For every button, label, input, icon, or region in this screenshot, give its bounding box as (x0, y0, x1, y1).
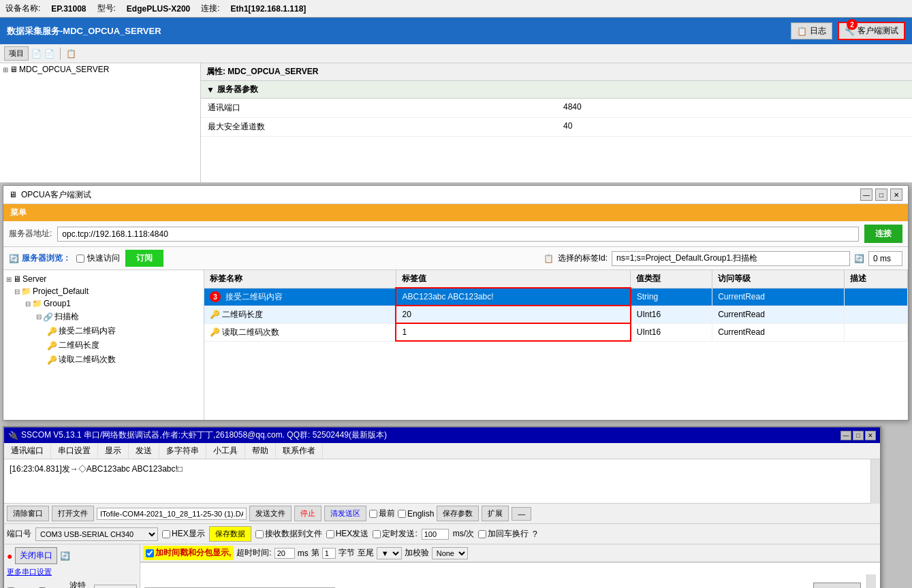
tag-id-input[interactable] (612, 251, 850, 266)
to-select[interactable]: ▼ (377, 547, 402, 559)
tree-group1[interactable]: ⊟ 📁 Group1 (3, 297, 204, 310)
more-settings-link[interactable]: 更多串口设置 (7, 567, 137, 577)
output-scrollbar[interactable] (870, 459, 880, 504)
header-right: 📋 日志 🔧 客户端测试 2 (791, 22, 905, 40)
open-file-button[interactable]: 打开文件 (52, 506, 94, 521)
sscom-toolbar1: 清除窗口 打开文件 发送文件 停止 清发送区 最前 English 保存参数 扩… (4, 504, 880, 524)
sscom-close-button[interactable]: ✕ (865, 431, 876, 440)
latest-checkbox-label: 最前 (369, 508, 395, 519)
hex-send-checkbox[interactable] (326, 530, 334, 538)
byte-input[interactable] (322, 548, 336, 559)
clear-send-button[interactable]: 清发送区 (324, 506, 366, 521)
device-icon-scanner: 🔗 (43, 312, 53, 322)
prop-value-1: 40 (556, 118, 912, 137)
interval-input[interactable] (422, 529, 449, 540)
table-row-2[interactable]: 🔑 读取二维码次数 1 UInt16 CurrentRead (204, 323, 908, 341)
server-label: Server (22, 274, 46, 284)
props-section: ▼ 服务器参数 (201, 81, 912, 99)
sscom-restore-button[interactable]: □ (853, 431, 864, 440)
th-access: 访问等级 (712, 270, 845, 288)
timestamp-checkbox[interactable] (146, 549, 154, 557)
close-port-button[interactable]: 关闭串口 (15, 547, 57, 564)
project-button[interactable]: 项目 (4, 46, 29, 61)
close-port-row: ● 关闭串口 🔄 (7, 547, 137, 564)
sscom-menu-tools[interactable]: 小工具 (206, 443, 245, 459)
main-tree-root[interactable]: ⊞ 🖥 MDC_OPCUA_SERVER (0, 63, 200, 76)
table-row-1[interactable]: 🔑 二维码长度 20 UInt16 CurrentRead (204, 306, 908, 323)
server-address-input[interactable] (57, 227, 859, 242)
timeout-input[interactable] (274, 548, 295, 559)
subscribe-button[interactable]: 订阅 (125, 250, 163, 267)
sscom-menu-display[interactable]: 显示 (98, 443, 129, 459)
maximize-button[interactable]: □ (875, 189, 887, 201)
checksum-select[interactable]: None (432, 547, 468, 559)
connect-button[interactable]: 连接 (864, 225, 902, 243)
browse-text: 服务器浏览： (22, 252, 71, 264)
row0-access: CurrentRead (712, 288, 845, 306)
port-select[interactable]: COM3 USB-SERIAL CH340 (35, 527, 158, 541)
sscom-menu-multistring[interactable]: 多字符串 (159, 443, 206, 459)
row0-desc (845, 288, 908, 306)
byte-label: 第 (311, 547, 319, 559)
baud-select[interactable]: 115200 (94, 585, 137, 588)
send-file-button[interactable]: 发送文件 (249, 506, 292, 521)
row1-name-text: 二维码长度 (222, 310, 263, 319)
row2-value: 1 (396, 323, 630, 341)
time-input[interactable] (868, 251, 902, 266)
tree-tag-0[interactable]: 🔑 接受二维码内容 (3, 324, 204, 338)
save-data-button[interactable]: 保存数据 (209, 526, 251, 542)
sscom-menu-help[interactable]: 帮助 (245, 443, 276, 459)
newline-text: 加回车换行 (488, 528, 529, 540)
to-label: 至尾 (358, 547, 374, 559)
right-table: 标签名称 标签值 值类型 访问等级 描述 3 接受二维码内容 (204, 270, 908, 420)
recv-to-file-label: 接收数据到文件 (255, 528, 322, 540)
tree-tag-1[interactable]: 🔑 二维码长度 (3, 338, 204, 353)
tree-tag-2[interactable]: 🔑 读取二维码次数 (3, 353, 204, 367)
tree-project-default[interactable]: ⊟ 📁 Project_Default (3, 285, 204, 297)
tag-id-label: 选择的标签Id: (558, 252, 608, 264)
tag-icon-0: 🔑 (47, 327, 57, 336)
tag-0-label: 接受二维码内容 (59, 325, 116, 337)
save-params-button[interactable]: 保存参数 (437, 506, 479, 521)
minus-button[interactable]: — (512, 507, 531, 521)
sscom-menu-comm[interactable]: 通讯端口 (4, 443, 51, 459)
send-area-scrollbar[interactable] (866, 574, 876, 589)
quick-access-checkbox[interactable] (76, 255, 84, 263)
sscom-menu-serial-settings[interactable]: 串口设置 (51, 443, 98, 459)
close-button[interactable]: ✕ (890, 189, 902, 201)
sscom-menu-send[interactable]: 发送 (129, 443, 159, 459)
refresh-icon: 🔄 (9, 254, 19, 263)
row0-type: String (631, 288, 712, 306)
tree-server[interactable]: ⊞ 🖥 Server (3, 273, 204, 285)
minimize-button[interactable]: — (860, 189, 872, 201)
section-chevron: ▼ (206, 85, 215, 95)
hex-display-checkbox[interactable] (162, 530, 170, 538)
newline-checkbox[interactable] (478, 530, 486, 538)
clear-window-button[interactable]: 清除窗口 (7, 506, 49, 521)
timed-send-label: 定时发送: (373, 528, 417, 540)
sscom-title-icon: 🔌 (8, 431, 18, 440)
server-icon: 🖥 (10, 65, 18, 74)
sscom-minimize-button[interactable]: — (840, 431, 851, 440)
checksum-label: 加校验 (405, 547, 429, 559)
sscom-menu-contact[interactable]: 联系作者 (276, 443, 323, 459)
log-button[interactable]: 📋 日志 (791, 22, 832, 39)
row1-value: 20 (396, 306, 630, 323)
menu-label: 菜单 (10, 208, 27, 217)
expand-button[interactable]: 扩展 (482, 506, 509, 521)
sscom-menubar: 通讯端口 串口设置 显示 发送 多字符串 小工具 帮助 联系作者 (4, 443, 880, 459)
latest-checkbox[interactable] (369, 510, 377, 518)
app-header-title: 数据采集服务-MDC_OPCUA_SERVER (7, 25, 161, 37)
tree-scanner[interactable]: ⊟ 🔗 扫描枪 (3, 310, 204, 324)
project-default-label: Project_Default (33, 287, 89, 296)
timed-send-checkbox[interactable] (373, 530, 381, 538)
send-button[interactable]: 发送 (813, 583, 861, 589)
stop-button[interactable]: 停止 (294, 506, 321, 521)
file-name-input[interactable] (97, 508, 247, 520)
table-row-0[interactable]: 3 接受二维码内容 ABC123abc ABC123abc! String Cu… (204, 288, 908, 306)
refresh-port-icon: 🔄 (60, 551, 70, 561)
tree-root-label: MDC_OPCUA_SERVER (19, 65, 109, 74)
menu-bar[interactable]: 菜单 (3, 204, 908, 221)
english-checkbox[interactable] (398, 510, 406, 518)
recv-to-file-checkbox[interactable] (255, 530, 264, 538)
